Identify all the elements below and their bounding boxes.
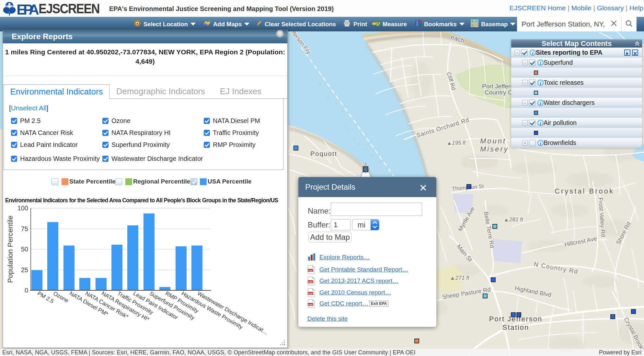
svg-text:Poquott: Poquott xyxy=(310,150,337,157)
svg-text:Misery: Misery xyxy=(480,145,509,153)
svg-text:Mount: Mount xyxy=(480,137,506,145)
svg-text:Environmental Indicators for t: Environmental Indicators for the Selecte… xyxy=(5,197,278,204)
svg-text:Ozone: Ozone xyxy=(52,290,70,304)
svg-text:Crystal Brook: Crystal Brook xyxy=(555,187,614,195)
svg-text:Population Percentile: Population Percentile xyxy=(6,216,14,283)
svg-text:50: 50 xyxy=(21,246,28,253)
svg-text:271 ft: 271 ft xyxy=(455,275,470,281)
svg-text:Station: Station xyxy=(502,323,529,331)
svg-text:100: 100 xyxy=(17,205,28,212)
svg-text:25: 25 xyxy=(21,266,28,273)
svg-text:PDF: PDF xyxy=(308,304,313,306)
svg-text:Wastewater Discharge Indicat…: Wastewater Discharge Indicat… xyxy=(196,290,270,336)
svg-text:PM 2.5: PM 2.5 xyxy=(36,290,55,305)
svg-text:75: 75 xyxy=(21,225,28,232)
svg-text:PDF: PDF xyxy=(308,270,313,272)
svg-text:195 ft: 195 ft xyxy=(452,140,466,146)
svg-text:0: 0 xyxy=(25,287,28,294)
svg-text:PDF: PDF xyxy=(308,293,313,295)
svg-text:PDF: PDF xyxy=(308,281,313,283)
svg-text:EPA: EPA xyxy=(17,2,39,16)
svg-text:281 ft: 281 ft xyxy=(509,217,523,223)
